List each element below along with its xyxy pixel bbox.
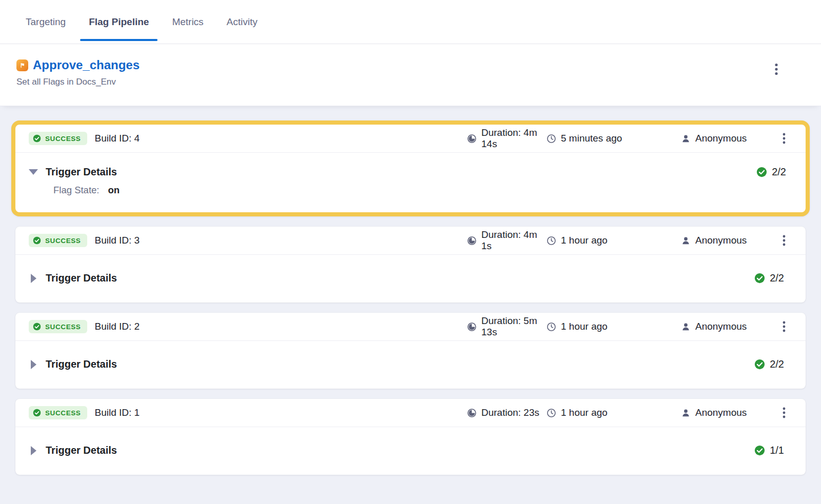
trigger-details-label: Trigger Details — [46, 166, 117, 178]
page-menu-button[interactable] — [769, 61, 784, 78]
duration-meta: Duration: 23s — [467, 407, 546, 418]
clock-icon — [546, 134, 556, 144]
build-card-header: SUCCESS Build ID: 1 Duration: 23s — [15, 399, 806, 427]
duration-meta: Duration: 4m 14s — [467, 127, 546, 150]
trigger-details-label: Trigger Details — [46, 445, 117, 456]
build-card: SUCCESS Build ID: 3 Duration: 4m 1s — [15, 227, 806, 303]
caret-down-icon — [29, 169, 38, 175]
page-title[interactable]: Approve_changes — [33, 58, 140, 72]
build-menu-button[interactable] — [777, 130, 791, 147]
status-badge: SUCCESS — [29, 406, 87, 419]
trigger-details-label: Trigger Details — [46, 272, 117, 284]
person-icon — [681, 134, 691, 144]
duration-timer-icon — [467, 134, 477, 144]
status-label: SUCCESS — [45, 409, 81, 417]
page-header: Approve_changes Set all Flags in Docs_En… — [0, 44, 821, 106]
check-circle-icon — [33, 236, 41, 245]
check-circle-icon — [756, 167, 767, 177]
build-card: SUCCESS Build ID: 4 Duration: 4m 14s — [11, 120, 810, 216]
kebab-menu-icon — [779, 132, 789, 145]
duration-label: Duration: 4m 1s — [481, 229, 546, 252]
check-circle-icon — [33, 134, 41, 143]
stage-count-badge: 1/1 — [754, 445, 784, 456]
flag-state-row: Flag State:on — [53, 185, 786, 196]
feature-flag-icon — [16, 59, 28, 71]
build-meta: Duration: 5m 13s 1 hour ago — [467, 315, 792, 338]
time-meta: 1 hour ago — [546, 407, 681, 418]
user-meta: Anonymous — [681, 133, 777, 144]
build-menu-button[interactable] — [777, 405, 791, 421]
caret-right-icon — [29, 274, 38, 283]
status-label: SUCCESS — [45, 323, 81, 331]
person-icon — [681, 322, 691, 332]
duration-meta: Duration: 5m 13s — [467, 315, 546, 338]
build-card-body: Trigger Details 2/2 — [15, 341, 806, 389]
user-meta: Anonymous — [681, 235, 777, 246]
build-menu-button[interactable] — [777, 232, 791, 249]
duration-meta: Duration: 4m 1s — [467, 229, 546, 252]
check-circle-icon — [33, 322, 41, 331]
stage-count-badge: 2/2 — [756, 166, 786, 178]
status-badge: SUCCESS — [29, 234, 87, 247]
page-subtitle: Set all Flags in Docs_Env — [16, 77, 821, 87]
tab-bar: Targeting Flag Pipeline Metrics Activity — [0, 0, 821, 44]
tab-activity[interactable]: Activity — [227, 0, 258, 44]
clock-icon — [546, 408, 556, 418]
build-meta: Duration: 23s 1 hour ago — [467, 405, 792, 421]
check-circle-icon — [754, 273, 765, 284]
stage-count-label: 2/2 — [770, 358, 784, 370]
kebab-menu-icon — [779, 320, 789, 333]
flag-state-value: on — [108, 185, 120, 195]
stage-count-label: 2/2 — [772, 166, 786, 178]
time-ago-label: 1 hour ago — [561, 235, 608, 246]
kebab-menu-icon — [771, 63, 782, 76]
tab-metrics[interactable]: Metrics — [172, 0, 203, 44]
user-label: Anonymous — [695, 235, 747, 246]
build-card: SUCCESS Build ID: 1 Duration: 23s — [15, 399, 806, 475]
stage-count-badge: 2/2 — [754, 358, 784, 370]
flag-state-label: Flag State: — [53, 185, 99, 195]
duration-label: Duration: 23s — [481, 407, 539, 418]
stage-count-badge: 2/2 — [754, 272, 784, 284]
trigger-details-toggle[interactable]: Trigger Details 1/1 — [29, 445, 784, 456]
build-menu-button[interactable] — [777, 318, 791, 335]
person-icon — [681, 408, 691, 418]
build-card-header: SUCCESS Build ID: 2 Duration: 5m 13s — [15, 313, 806, 341]
check-circle-icon — [33, 409, 41, 417]
user-label: Anonymous — [695, 407, 747, 418]
duration-timer-icon — [467, 236, 477, 246]
caret-right-icon — [29, 360, 38, 369]
person-icon — [681, 236, 691, 246]
build-card: SUCCESS Build ID: 2 Duration: 5m 13s — [15, 313, 806, 389]
duration-timer-icon — [467, 408, 477, 418]
build-id-label: Build ID: 2 — [94, 321, 140, 332]
time-ago-label: 1 hour ago — [561, 407, 608, 418]
status-label: SUCCESS — [45, 135, 81, 143]
build-list: SUCCESS Build ID: 4 Duration: 4m 14s — [0, 106, 821, 504]
status-badge: SUCCESS — [29, 132, 87, 145]
time-meta: 1 hour ago — [546, 321, 681, 332]
check-circle-icon — [754, 445, 765, 456]
build-card-body: Trigger Details 1/1 — [15, 427, 806, 475]
build-id-label: Build ID: 3 — [94, 235, 140, 246]
trigger-details-toggle[interactable]: Trigger Details 2/2 — [29, 166, 786, 178]
tab-targeting[interactable]: Targeting — [26, 0, 66, 44]
kebab-menu-icon — [779, 234, 789, 247]
trigger-details-label: Trigger Details — [46, 358, 117, 370]
build-card-header: SUCCESS Build ID: 3 Duration: 4m 1s — [15, 227, 806, 255]
duration-label: Duration: 5m 13s — [481, 315, 546, 338]
trigger-details-toggle[interactable]: Trigger Details 2/2 — [29, 358, 784, 370]
time-meta: 5 minutes ago — [546, 133, 681, 144]
user-label: Anonymous — [695, 321, 747, 332]
time-ago-label: 1 hour ago — [561, 321, 608, 332]
kebab-menu-icon — [779, 407, 789, 419]
check-circle-icon — [754, 359, 765, 370]
status-badge: SUCCESS — [29, 320, 87, 333]
user-meta: Anonymous — [681, 407, 777, 418]
caret-right-icon — [29, 446, 38, 455]
trigger-details-toggle[interactable]: Trigger Details 2/2 — [29, 272, 784, 284]
clock-icon — [546, 322, 556, 332]
tab-flag-pipeline[interactable]: Flag Pipeline — [89, 0, 149, 44]
user-meta: Anonymous — [681, 321, 777, 332]
build-id-label: Build ID: 4 — [94, 133, 140, 144]
